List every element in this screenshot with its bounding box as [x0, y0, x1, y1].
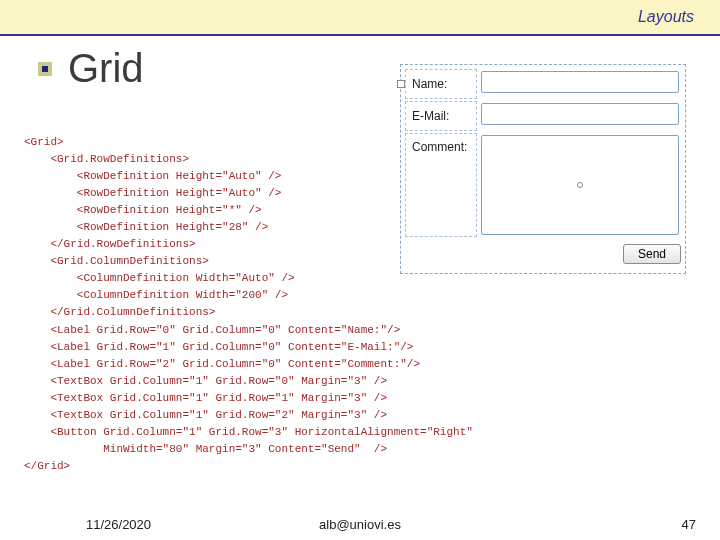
resize-handle-icon — [577, 182, 583, 188]
name-input[interactable] — [481, 71, 679, 93]
send-button[interactable]: Send — [623, 244, 681, 264]
slide-title-block: Grid — [38, 46, 144, 91]
footer-email: alb@uniovi.es — [319, 517, 401, 532]
label-comment-text: Comment: — [412, 140, 467, 154]
button-cell: Send — [479, 239, 681, 269]
label-name: Name: — [405, 69, 477, 99]
slide-footer: 11/26/2020 alb@uniovi.es 47 — [0, 517, 720, 532]
footer-page: 47 — [682, 517, 696, 532]
label-comment: Comment: — [405, 133, 477, 237]
header-band — [0, 0, 720, 34]
footer-date: 11/26/2020 — [86, 517, 151, 532]
breadcrumb: Layouts — [638, 8, 694, 26]
grip-icon — [397, 80, 405, 88]
empty-cell — [405, 239, 477, 269]
email-input[interactable] — [481, 103, 679, 125]
comment-input[interactable] — [481, 135, 679, 235]
bullet-square-icon — [38, 62, 52, 76]
grid-form-preview: Name: E-Mail: Comment: Send — [400, 64, 686, 274]
label-email: E-Mail: — [405, 101, 477, 131]
xaml-code-block: <Grid> <Grid.RowDefinitions> <RowDefinit… — [24, 134, 434, 475]
slide-title: Grid — [68, 46, 144, 91]
label-email-text: E-Mail: — [412, 109, 449, 123]
label-name-text: Name: — [412, 77, 447, 91]
header-underline — [0, 34, 720, 36]
